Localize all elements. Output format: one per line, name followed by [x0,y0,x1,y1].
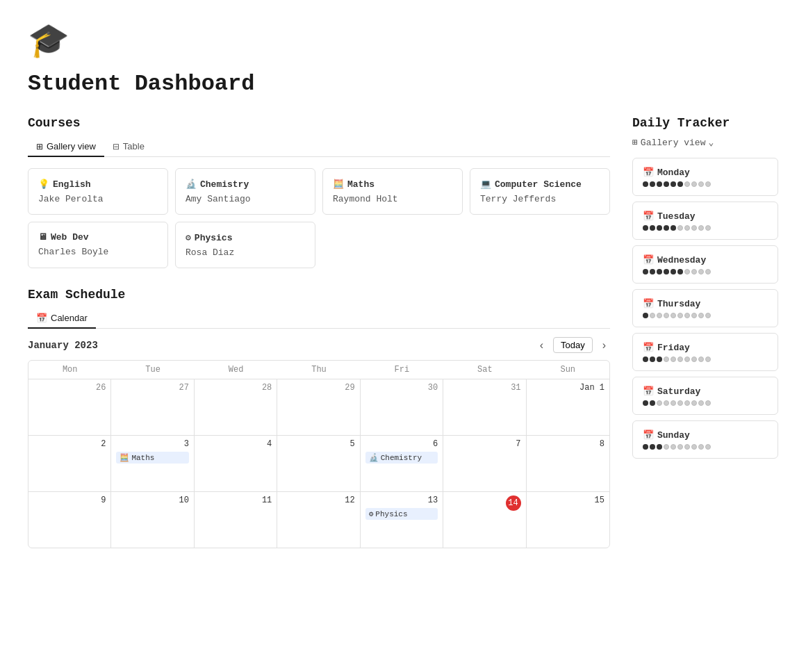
course-card[interactable]: 🖥 Web Dev Charles Boyle [28,222,168,268]
empty-dot [664,444,669,450]
tracker-day-card[interactable]: 📅Thursday [632,289,778,327]
filled-dot [671,181,676,187]
next-month-button[interactable]: › [598,338,610,353]
calendar-cell[interactable]: 10 [111,492,194,548]
empty-dot [664,400,669,406]
course-card[interactable]: 🧮 Maths Raymond Holt [322,168,463,215]
filled-dot [643,269,648,274]
empty-dot [677,400,683,406]
filled-dot [664,269,669,274]
tracker-day-name: 📅Sunday [643,429,768,441]
calendar-cell[interactable]: 6🔬Chemistry [361,436,443,491]
course-icon: 🖥 [38,232,47,243]
filled-dot [677,269,683,274]
calendar-cell[interactable]: 15 [527,492,609,548]
gallery-icon: ⊞ [36,142,43,151]
empty-dot [691,313,697,318]
main-layout: Courses ⊞ Gallery view ⊟ Table 💡 English… [28,116,778,562]
tab-gallery-view[interactable]: ⊞ Gallery view [28,137,104,157]
tracker-day-card[interactable]: 📅Tuesday [632,202,778,240]
filled-dot [650,225,655,231]
tab-table[interactable]: ⊟ Table [104,137,153,157]
day-number: 26 [33,383,106,393]
tracker-dots [643,225,768,231]
course-card[interactable]: ⚙️ Physics Rosa Diaz [175,222,315,268]
calendar-cell[interactable]: 28 [195,379,277,435]
empty-dot [698,313,704,318]
calendar-cell[interactable]: 8 [527,436,609,491]
calendar-cell[interactable]: 4 [195,436,277,491]
tracker-day-name: 📅Thursday [643,298,768,309]
course-name: 🔬 Chemistry [186,179,305,190]
course-name: 🧮 Maths [333,179,452,190]
calendar-cell[interactable]: 3🧮Maths [111,436,194,491]
calendar-cell[interactable]: 27 [111,379,194,435]
exam-title: Exam Schedule [28,288,610,302]
empty-dot [677,357,683,362]
calendar-event[interactable]: ⚙️Physics [365,508,438,520]
tab-calendar[interactable]: 📅 Calendar [28,309,96,329]
empty-dot [684,444,690,450]
empty-dot [698,269,704,274]
tracker-day-card[interactable]: 📅Friday [632,333,778,371]
calendar-cell[interactable]: 5 [277,436,360,491]
today-button[interactable]: Today [553,337,593,353]
calendar-cell[interactable]: 14 [443,492,526,548]
calendar-cell[interactable]: 11 [195,492,277,548]
course-name: ⚙️ Physics [186,232,305,243]
empty-dot [677,313,683,318]
calendar-event[interactable]: 🧮Maths [116,452,188,464]
tracker-day-card[interactable]: 📅Wednesday [632,245,778,284]
calendar-cell[interactable]: 12 [277,492,360,548]
calendar-week: 23🧮Maths456🔬Chemistry78 [28,436,609,492]
calendar-cell[interactable]: 7 [443,436,526,491]
calendar-cell[interactable]: 9 [28,492,111,548]
course-teacher: Raymond Holt [333,194,452,204]
empty-dot [671,400,676,406]
course-card[interactable]: 💻 Computer Science Terry Jefferds [470,168,610,215]
empty-dot [705,225,711,231]
tracker-day-name: 📅Saturday [643,386,768,397]
calendar-cell[interactable]: 29 [277,379,360,435]
calendar-cell[interactable]: Jan 1 [527,379,609,435]
calendar-nav: ‹ Today › [536,337,610,353]
tracker-day-card[interactable]: 📅Saturday [632,377,778,415]
empty-dot [698,225,704,231]
empty-dot [671,357,676,362]
tracker-calendar-icon: 📅 [643,211,654,222]
course-card[interactable]: 💡 English Jake Perolta [28,168,168,215]
tracker-day-card[interactable]: 📅Monday [632,158,778,196]
courses-tab-bar: ⊞ Gallery view ⊟ Table [28,137,610,157]
calendar-icon: 📅 [36,313,47,323]
empty-dot [691,400,697,406]
empty-dot [664,313,669,318]
course-teacher: Jake Perolta [38,194,158,204]
tracker-day-card[interactable]: 📅Sunday [632,420,778,459]
filled-dot [664,225,669,231]
empty-dot [684,181,690,187]
calendar-cell[interactable]: 30 [361,379,443,435]
calendar-cell[interactable]: 2 [28,436,111,491]
calendar-event[interactable]: 🔬Chemistry [365,452,438,464]
exam-section: Exam Schedule 📅 Calendar January 2023 ‹ … [28,288,610,548]
filled-dot [671,225,676,231]
course-card[interactable]: 🔬 Chemistry Amy Santiago [175,168,315,215]
empty-dot [677,225,683,231]
filled-dot [664,181,669,187]
tracker-title: Daily Tracker [632,116,778,130]
calendar-cell[interactable]: 13⚙️Physics [361,492,443,548]
prev-month-button[interactable]: ‹ [536,338,548,353]
tracker-calendar-icon: 📅 [643,342,654,353]
tracker-view-selector[interactable]: ⊞ Gallery view ⌄ [632,137,778,148]
course-teacher: Terry Jefferds [480,194,600,204]
course-name: 🖥 Web Dev [38,232,158,243]
courses-grid: 💡 English Jake Perolta 🔬 Chemistry Amy S… [28,168,610,268]
filled-dot [657,269,662,274]
calendar-cell[interactable]: 26 [28,379,111,435]
event-label: Maths [131,454,154,462]
filled-dot [657,181,662,187]
course-name: 💻 Computer Science [480,179,600,190]
day-number: 6 [365,439,438,449]
filled-dot [650,269,655,274]
calendar-cell[interactable]: 31 [443,379,526,435]
